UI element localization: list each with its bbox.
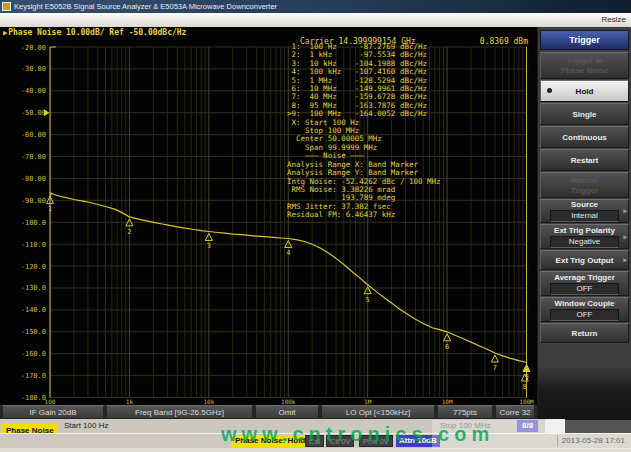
config-freq-band: Freq Band [9G-26.5GHz] (106, 405, 253, 419)
trace-marker-number: 8 (523, 383, 527, 391)
config-lo-omit: Omit (255, 405, 319, 419)
trace-marker-number: 4 (286, 249, 290, 257)
svg-text:-130.0: -130.0 (21, 284, 46, 292)
svg-text:-20.00: -20.00 (21, 44, 46, 52)
menu-header-trigger: Trigger (540, 30, 629, 50)
softkey-manual-trigger: Manual Trigger (540, 172, 629, 198)
svg-text:1k: 1k (126, 398, 134, 405)
svg-text:-60.00: -60.00 (21, 131, 46, 139)
svg-text:-100.0: -100.0 (21, 219, 46, 227)
svg-text:100M: 100M (519, 398, 534, 405)
trace-marker-number: 2 (127, 228, 131, 236)
trace-marker-number: 1 (48, 205, 52, 213)
softkey-ext-trig-output[interactable]: Ext Trig Output ▸ (540, 250, 629, 270)
e5052b-window: Keysight E5052B Signal Source Analyzer &… (0, 0, 631, 452)
trace-marker-number: 7 (493, 364, 497, 372)
softkey-restart[interactable]: Restart (540, 149, 629, 171)
ext-trig-polarity-value: Negative (550, 236, 619, 248)
svg-text:10k: 10k (203, 398, 214, 405)
average-trigger-value: OFF (550, 283, 619, 295)
svg-text:1M: 1M (364, 398, 372, 405)
resize-button[interactable]: Resize (602, 13, 626, 27)
title-bar: Keysight E5052B Signal Source Analyzer &… (0, 0, 631, 13)
softkey-source[interactable]: Source Internal ▸ (540, 199, 629, 223)
trace-marker-number: 3 (207, 242, 211, 250)
svg-text:-120.0: -120.0 (21, 263, 46, 271)
config-lo-opt: LO Opt [<150kHz] (321, 405, 435, 419)
softkey-continuous[interactable]: Continuous (540, 126, 629, 148)
svg-text:-160.0: -160.0 (21, 350, 46, 358)
svg-text:-150.0: -150.0 (21, 328, 46, 336)
config-points: 775pts (437, 405, 493, 419)
phase-noise-chart: -20.00-30.00-40.00-50.00-60.00-70.00-80.… (0, 27, 537, 419)
svg-text:-170.0: -170.0 (21, 372, 46, 380)
svg-text:-70.00: -70.00 (21, 153, 46, 161)
softkey-ext-trig-polarity[interactable]: Ext Trig Polarity Negative ▸ (540, 224, 629, 249)
window-title: Keysight E5052B Signal Source Analyzer &… (14, 0, 277, 13)
config-bar: IF Gain 20dB Freq Band [9G-26.5GHz] Omit… (0, 405, 537, 419)
source-value: Internal (550, 210, 619, 222)
softkey-single[interactable]: Single (540, 103, 629, 125)
trace-header[interactable]: ▶Phase Noise 10.00dB/ Ref -50.00dBc/Hz (3, 28, 186, 37)
softkey-trigger-to-phase-noise: Trigger to Phase Noise (540, 52, 629, 79)
trace-marker-number: 5 (366, 296, 370, 304)
readout-line: Residual FM: 6.46437 kHz (287, 211, 441, 219)
radio-dot-icon (547, 88, 552, 93)
trace-marker-number: 9 (524, 373, 528, 381)
submenu-arrow-icon: ▸ (623, 256, 627, 264)
measurement-screen: -20.00-30.00-40.00-50.00-60.00-70.00-80.… (0, 27, 537, 419)
trace-marker-icon (523, 364, 530, 371)
svg-text:10M: 10M (442, 398, 453, 405)
svg-text:100k: 100k (281, 398, 296, 405)
softkey-hold[interactable]: Hold (540, 80, 629, 102)
softkey-average-trigger[interactable]: Average Trigger OFF (540, 271, 629, 296)
softkey-window-couple[interactable]: Window Couple OFF (540, 297, 629, 322)
svg-text:100: 100 (45, 398, 56, 405)
svg-text:-180.0: -180.0 (21, 394, 46, 402)
marker-readout: 1: 100 Hz -87.2769 dBc/Hz 2: 1 kHz -97.5… (287, 43, 441, 220)
trace-select-icon: ▶ (3, 29, 7, 37)
svg-text:-80.00: -80.00 (21, 175, 46, 183)
watermark: www.cntronics.com (221, 423, 494, 446)
window-couple-value: OFF (550, 309, 619, 321)
svg-text:-110.0: -110.0 (21, 241, 46, 249)
svg-text:-30.00: -30.00 (21, 65, 46, 73)
submenu-arrow-icon: ▸ (623, 207, 627, 215)
softkey-return[interactable]: Return (540, 323, 629, 343)
config-if-gain: IF Gain 20dB (2, 405, 104, 419)
svg-text:-50.00: -50.00 (21, 109, 46, 117)
softkey-menu: Trigger Trigger to Phase Noise Hold Sing… (537, 27, 631, 433)
start-frequency[interactable]: Start 100 Hz (64, 420, 108, 432)
app-icon (2, 2, 11, 11)
trace-scale-label: Phase Noise 10.00dB/ Ref -50.00dBc/Hz (8, 28, 186, 37)
config-correlation: Corre 32 (495, 405, 535, 419)
carrier-power: 0.8369 dBm (480, 37, 528, 46)
svg-text:-40.00: -40.00 (21, 87, 46, 95)
menu-bar: Resize (0, 13, 631, 28)
trace-marker-number: 6 (445, 343, 449, 351)
svg-text:-140.0: -140.0 (21, 306, 46, 314)
svg-text:-90.00: -90.00 (21, 197, 46, 205)
submenu-arrow-icon: ▸ (623, 233, 627, 241)
